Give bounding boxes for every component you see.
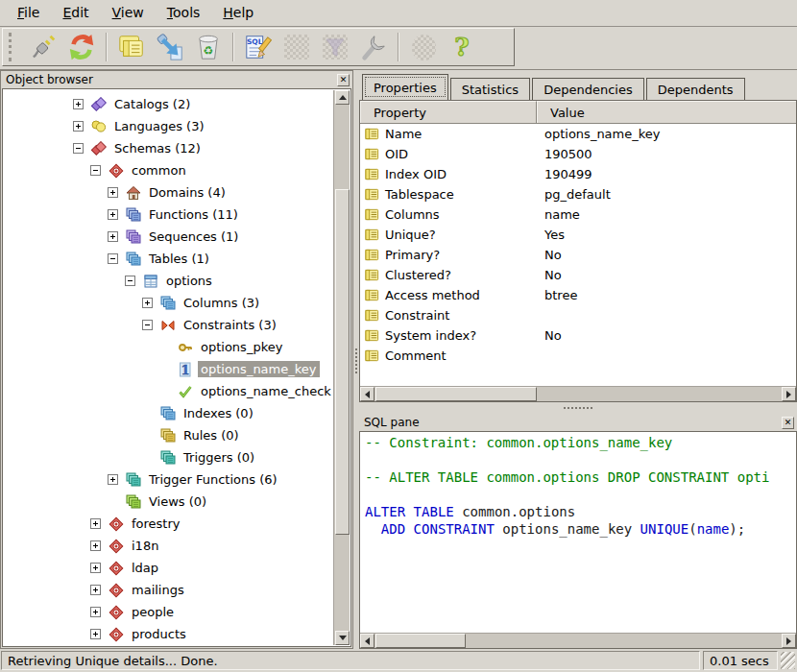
expander-plus-icon[interactable] (90, 585, 101, 595)
constraints-icon (160, 318, 176, 333)
sql-text-area[interactable]: -- Constraint: common.options_name_key--… (359, 431, 797, 649)
scroll-right-button[interactable] (782, 634, 796, 648)
property-row-oid[interactable]: OID190500 (360, 144, 796, 164)
column-header-property[interactable]: Property (360, 101, 537, 123)
expander-plus-icon[interactable] (73, 121, 84, 132)
expander-minus-icon[interactable] (142, 320, 153, 330)
tree-item-products[interactable]: products (3, 623, 333, 645)
property-row-constraint[interactable]: Constraint (360, 305, 796, 325)
property-row-primary[interactable]: Primary?No (360, 245, 796, 265)
tree-item-indexes-0[interactable]: Indexes (0) (3, 402, 333, 424)
scroll-right-button[interactable] (782, 387, 796, 401)
query-tool-button[interactable]: SQL (240, 30, 277, 64)
expander-minus-icon[interactable] (90, 165, 101, 176)
tree-scrollbar-thumb[interactable] (335, 189, 350, 535)
expander-minus-icon[interactable] (108, 253, 118, 264)
help-button[interactable]: ? (444, 30, 480, 64)
menu-file[interactable]: File (6, 1, 51, 25)
horizontal-splitter[interactable] (359, 402, 797, 414)
tree-item-catalogs-2[interactable]: Catalogs (2) (3, 93, 333, 115)
expander-plus-icon[interactable] (142, 298, 153, 308)
tree-item-options-name-check[interactable]: options_name_check (3, 380, 333, 402)
grid-horizontal-scrollbar[interactable] (360, 386, 796, 401)
tree-item-options-pkey[interactable]: options_pkey (3, 336, 333, 358)
property-row-tablespace[interactable]: Tablespacepg_default (360, 184, 796, 204)
property-row-columns[interactable]: Columnsname (360, 204, 796, 225)
expander-plus-icon[interactable] (90, 563, 101, 573)
object-browser-close-button[interactable]: ✕ (337, 74, 350, 86)
properties-button[interactable] (113, 30, 150, 64)
tab-properties[interactable]: Properties (362, 74, 448, 100)
scroll-left-button[interactable] (360, 634, 374, 648)
tree-item-columns-3[interactable]: Columns (3) (3, 292, 333, 314)
sql-scrollbar-thumb[interactable] (375, 634, 466, 648)
menu-tools[interactable]: Tools (156, 1, 212, 25)
tree-item-ldap[interactable]: ldap (3, 557, 333, 579)
property-row-system-index[interactable]: System index?No (360, 325, 796, 346)
tree-item-views-0[interactable]: Views (0) (3, 491, 333, 513)
tab-dependencies[interactable]: Dependencies (532, 78, 644, 100)
menu-edit[interactable]: Edit (51, 1, 100, 25)
tree-item-trigger-functions-6[interactable]: Trigger Functions (6) (3, 468, 333, 491)
property-row-unique[interactable]: Unique?Yes (360, 225, 796, 245)
tree-item-forestry[interactable]: forestry (3, 513, 333, 535)
expander-plus-icon[interactable] (108, 474, 118, 485)
tree-item-people[interactable]: people (3, 601, 333, 623)
tree-item-rules-0[interactable]: Rules (0) (3, 424, 333, 446)
tab-label: Dependents (658, 83, 734, 97)
scroll-down-button[interactable] (335, 631, 350, 645)
property-row-clustered[interactable]: Clustered?No (360, 265, 796, 285)
expander-plus-icon[interactable] (90, 607, 101, 617)
tree-item-options[interactable]: options (3, 270, 333, 292)
expander-plus-icon[interactable] (90, 629, 101, 639)
menu-help[interactable]: Help (211, 1, 265, 25)
expander-plus-icon[interactable] (73, 99, 84, 109)
expander-plus-icon[interactable] (90, 518, 101, 529)
expander-plus-icon[interactable] (108, 209, 118, 220)
tree-item-sequences-1[interactable]: Sequences (1) (3, 226, 333, 248)
property-row-index-oid[interactable]: Index OID190499 (360, 164, 796, 184)
grid-scrollbar-thumb[interactable] (375, 387, 537, 401)
tab-dependents[interactable]: Dependents (646, 78, 745, 100)
property-row-comment[interactable]: Comment (360, 346, 796, 366)
property-name: Name (385, 127, 422, 141)
tree-item-constraints-3[interactable]: Constraints (3) (3, 314, 333, 336)
splitter-grip (355, 348, 357, 373)
property-cell: System index? (360, 328, 537, 344)
tree-item-domains-4[interactable]: Domains (4) (3, 181, 333, 204)
scroll-left-button[interactable] (360, 387, 374, 401)
tree-item-functions-11[interactable]: Functions (11) (3, 204, 333, 226)
drop-object-button[interactable]: ♻ (190, 30, 227, 64)
expander-plus-icon[interactable] (108, 187, 118, 198)
tree-item-mailings[interactable]: mailings (3, 579, 333, 601)
refresh-button[interactable] (63, 30, 100, 64)
property-row-name[interactable]: Nameoptions_name_key (360, 124, 796, 144)
tree-item-tables-1[interactable]: Tables (1) (3, 248, 333, 270)
schema-icon (109, 561, 124, 576)
menu-view[interactable]: View (101, 1, 156, 25)
expander-plus-icon[interactable] (108, 231, 118, 242)
create-object-button[interactable] (152, 30, 188, 64)
expander-plus-icon[interactable] (90, 540, 101, 551)
column-header-value[interactable]: Value (537, 101, 796, 123)
tree-item-schemas-12[interactable]: Schemas (12) (3, 137, 333, 159)
property-row-access-method[interactable]: Access methodbtree (360, 285, 796, 305)
scroll-up-button[interactable] (335, 90, 350, 105)
toolbar-drag-handle[interactable] (9, 33, 18, 61)
resize-grip-icon[interactable] (781, 652, 795, 669)
expander-minus-icon[interactable] (125, 276, 135, 286)
tree-item-common[interactable]: common (3, 159, 333, 181)
tree-item-triggers-0[interactable]: Triggers (0) (3, 446, 333, 468)
tree-item-options-name-key[interactable]: 1options_name_key (3, 358, 333, 380)
add-connection-button[interactable] (25, 30, 61, 64)
tab-statistics[interactable]: Statistics (450, 78, 530, 100)
expander-minus-icon[interactable] (73, 143, 84, 154)
tree-item-label: Domains (4) (146, 184, 229, 201)
tree-item-i18n[interactable]: i18n (3, 535, 333, 557)
sql-line: -- Constraint: common.options_name_key (365, 435, 796, 452)
sql-horizontal-scrollbar[interactable] (360, 633, 796, 648)
tree-item-languages-3[interactable]: Languages (3) (3, 115, 333, 137)
tree-vertical-scrollbar[interactable] (333, 90, 350, 645)
sql-pane-close-button[interactable]: ✕ (782, 417, 794, 429)
maintenance-button[interactable] (355, 30, 392, 64)
